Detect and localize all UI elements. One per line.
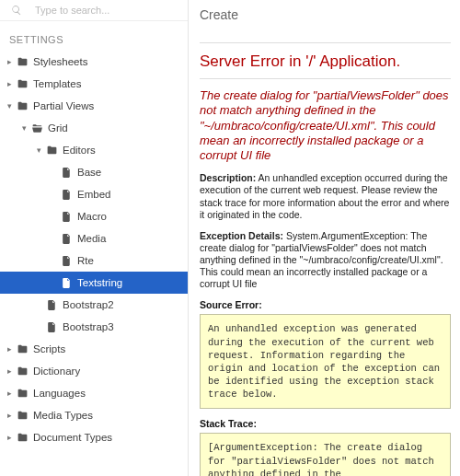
divider: [200, 42, 451, 43]
error-title: Server Error in '/' Application.: [200, 52, 451, 71]
tree-node[interactable]: Bootstrap3: [0, 316, 188, 338]
tree-node[interactable]: ▸Media Types: [0, 404, 188, 426]
divider: [200, 78, 451, 79]
search-box[interactable]: [0, 0, 188, 21]
sidebar: SETTINGS ▸Stylesheets▸Templates▾Partial …: [0, 0, 189, 476]
tree-node[interactable]: ▸Scripts: [0, 338, 188, 360]
tree-node-label: Embed: [77, 185, 110, 203]
tree-node[interactable]: ▾Partial Views: [0, 95, 188, 117]
caret-icon[interactable]: ▸: [4, 428, 15, 447]
file-icon: [59, 277, 74, 289]
caret-icon[interactable]: ▸: [4, 340, 15, 358]
tree-node[interactable]: Textstring: [0, 272, 188, 294]
folder-icon: [15, 432, 29, 444]
tree-node[interactable]: Macro: [0, 205, 188, 227]
file-icon: [59, 211, 74, 223]
tree-node-label: Document Types: [33, 428, 112, 447]
tree-node[interactable]: Rte: [0, 250, 188, 272]
tree-node-label: Media Types: [33, 406, 93, 424]
tree-node-label: Macro: [77, 207, 107, 226]
tree-node-label: Stylesheets: [33, 52, 87, 71]
tree-node-label: Editors: [63, 141, 96, 159]
tree-node-label: Textstring: [77, 273, 122, 292]
description-label: Description:: [200, 172, 256, 183]
tree-node[interactable]: ▸Templates: [0, 73, 188, 95]
tree-node[interactable]: ▸Dictionary: [0, 360, 188, 382]
file-icon: [59, 233, 74, 245]
tree-node[interactable]: Media: [0, 227, 188, 250]
tree-node[interactable]: ▾Grid: [0, 117, 188, 139]
tree-node-label: Rte: [77, 251, 94, 270]
settings-tree: ▸Stylesheets▸Templates▾Partial Views▾Gri…: [0, 51, 188, 476]
folder-icon: [15, 78, 29, 90]
exception-details: Exception Details: System.ArgumentExcept…: [200, 230, 451, 291]
caret-icon[interactable]: ▾: [18, 119, 29, 137]
tree-node[interactable]: Embed: [0, 183, 188, 205]
folder-icon: [15, 100, 29, 112]
tree-node-label: Dictionary: [33, 362, 80, 380]
tree-node-label: Scripts: [33, 340, 65, 358]
error-subtitle: The create dialog for "partialViewsFolde…: [200, 88, 451, 163]
search-input[interactable]: [33, 4, 178, 17]
tree-node[interactable]: ▸Stylesheets: [0, 51, 188, 73]
folder-icon: [15, 56, 29, 68]
section-title: SETTINGS: [0, 21, 188, 51]
caret-icon[interactable]: ▾: [33, 141, 44, 159]
caret-icon[interactable]: ▸: [4, 75, 15, 93]
stack-trace-label: Stack Trace:: [200, 418, 451, 429]
source-error-label: Source Error:: [200, 299, 451, 310]
tree-node[interactable]: Bootstrap2: [0, 294, 188, 316]
folder-open-icon: [29, 122, 44, 134]
file-icon: [59, 167, 74, 179]
tree-node[interactable]: ▸Languages: [0, 382, 188, 404]
page-title: Create: [200, 4, 451, 42]
caret-icon[interactable]: ▸: [4, 362, 15, 380]
folder-icon: [15, 343, 29, 355]
folder-icon: [15, 388, 29, 400]
error-description: Description: An unhandled exception occu…: [200, 172, 451, 221]
caret-icon[interactable]: ▸: [4, 406, 15, 424]
file-icon: [59, 189, 74, 201]
exception-label: Exception Details:: [200, 230, 283, 241]
caret-icon[interactable]: ▸: [4, 52, 15, 71]
file-icon: [59, 255, 74, 267]
tree-node-label: Grid: [48, 119, 68, 137]
stack-trace-box: [ArgumentException: The create dialog fo…: [200, 433, 451, 476]
tree-node-label: Languages: [33, 384, 86, 402]
tree-node-label: Media: [77, 229, 106, 248]
folder-icon: [15, 366, 29, 377]
folder-icon: [15, 410, 29, 422]
file-icon: [44, 321, 59, 333]
search-icon: [9, 5, 24, 16]
main-panel: Create Server Error in '/' Application. …: [189, 0, 460, 476]
tree-node-label: Base: [77, 163, 101, 181]
tree-node-label: Templates: [33, 75, 81, 93]
file-icon: [44, 299, 59, 311]
caret-icon[interactable]: ▾: [4, 97, 15, 115]
source-error-box: An unhandled exception was generated dur…: [200, 314, 451, 409]
tree-node[interactable]: ▾Editors: [0, 139, 188, 161]
caret-icon[interactable]: ▸: [4, 384, 15, 402]
tree-node[interactable]: ▸Document Types: [0, 426, 188, 448]
tree-node-label: Bootstrap3: [63, 318, 114, 336]
tree-node-label: Bootstrap2: [63, 296, 114, 314]
tree-node[interactable]: Base: [0, 161, 188, 183]
tree-node-label: Partial Views: [33, 97, 94, 115]
folder-icon: [44, 145, 59, 157]
